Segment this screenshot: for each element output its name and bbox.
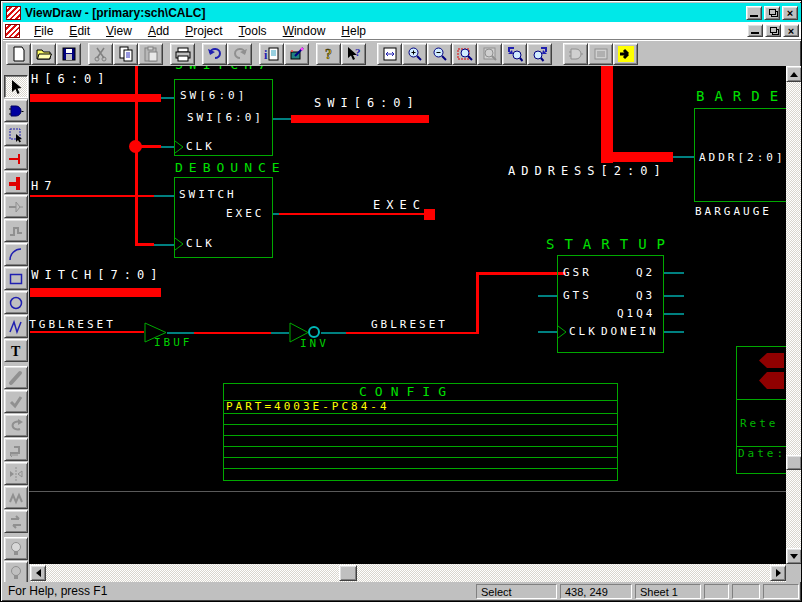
zoom-area-button[interactable]: [452, 43, 477, 65]
net-gblreset-vertical[interactable]: [476, 272, 479, 334]
menu-project[interactable]: Project: [177, 23, 230, 39]
context-help-button[interactable]: ?: [341, 43, 366, 65]
add-bus-tool[interactable]: [4, 171, 28, 194]
draw-circle-tool[interactable]: [4, 291, 28, 314]
magic-wand-icon: [289, 46, 305, 62]
lamp-1-tool: [4, 537, 28, 560]
wand-button[interactable]: [284, 43, 309, 65]
scroll-left-button[interactable]: [30, 565, 46, 581]
config-part-attr: PART=4003E-PC84-4: [226, 400, 390, 413]
save-button[interactable]: [56, 43, 81, 65]
pin-stub: [273, 118, 291, 120]
app-icon: [6, 6, 21, 20]
menu-view[interactable]: View: [98, 23, 140, 39]
bus-address-horizontal[interactable]: [601, 152, 673, 162]
open-button[interactable]: [31, 43, 56, 65]
bus-icon: [8, 175, 24, 191]
pencil-icon: [8, 370, 24, 386]
new-button[interactable]: [6, 43, 31, 65]
select-area-tool[interactable]: [4, 123, 28, 146]
child-minimize-button[interactable]: [747, 24, 763, 37]
print-button[interactable]: [170, 43, 195, 65]
next-sheet-button[interactable]: [613, 43, 638, 65]
net-label-switch6: SWITCH[6:0]: [29, 72, 110, 86]
selection-box-icon: [8, 127, 24, 143]
draw-arc-tool[interactable]: [4, 243, 28, 266]
add-net-tool[interactable]: [4, 147, 28, 170]
print-icon: [175, 46, 191, 62]
move-tool: [4, 366, 28, 389]
pin-stub: [664, 272, 684, 274]
component-title-debounce: DEBOUNCE: [175, 160, 286, 175]
net-vertical-bus[interactable]: [135, 66, 138, 246]
net-switch7[interactable]: [30, 195, 154, 197]
child-close-button[interactable]: ×: [783, 24, 799, 37]
net-gblreset[interactable]: [346, 332, 479, 334]
undo-button[interactable]: [202, 43, 227, 65]
zoom-prev-icon: [507, 46, 523, 62]
net-notgblreset[interactable]: [30, 331, 144, 333]
add-text-tool[interactable]: T: [4, 339, 28, 362]
vertical-scroll-thumb[interactable]: [786, 455, 802, 470]
bus-swi6[interactable]: [291, 115, 429, 123]
restore-icon: [770, 27, 777, 33]
menu-window[interactable]: Window: [275, 23, 334, 39]
horizontal-scrollbar[interactable]: [30, 564, 786, 582]
properties-button[interactable]: i: [259, 43, 284, 65]
close-button[interactable]: ×: [782, 6, 798, 20]
scroll-up-button[interactable]: [786, 66, 802, 82]
menu-file[interactable]: File: [26, 23, 61, 39]
menu-tools[interactable]: Tools: [231, 23, 275, 39]
bus-switch70[interactable]: [30, 288, 161, 297]
component-title-startup: STARTUP: [546, 236, 675, 252]
component-attr-bargauge: BARGAUGE: [695, 205, 772, 218]
schematic-canvas[interactable]: SWITCH7 SW[6:0] SWI[6:0] CLK DEBOUNCE SW…: [29, 66, 786, 564]
status-sheet: Sheet 1: [635, 584, 701, 599]
bus-address-vertical[interactable]: [601, 66, 613, 163]
zoom-full-icon: [382, 46, 398, 62]
net-label-swi6: SWI[6:0]: [314, 96, 420, 110]
cut-scissors-icon: [93, 46, 109, 62]
pin-label-donein: DONEIN: [601, 325, 659, 338]
zoom-prev-button[interactable]: [502, 43, 527, 65]
company-logo: [756, 353, 784, 389]
help-button[interactable]: ?: [316, 43, 341, 65]
scroll-right-button[interactable]: [770, 565, 786, 581]
menu-add[interactable]: Add: [140, 23, 177, 39]
zoom-full-button[interactable]: [377, 43, 402, 65]
title-block-field-2: Date:: [738, 447, 786, 460]
minimize-icon: [750, 15, 758, 17]
mirror-tool: [4, 462, 28, 485]
copy-button[interactable]: [113, 43, 138, 65]
draw-line-tool[interactable]: [4, 315, 28, 338]
net-gsr[interactable]: [476, 272, 566, 275]
stamp-icon: [8, 442, 24, 458]
minimize-button[interactable]: [746, 6, 762, 20]
pin-stub: [154, 244, 174, 246]
zoom-in-button[interactable]: [402, 43, 427, 65]
svg-text:i: i: [264, 48, 268, 62]
draw-box-tool[interactable]: [4, 267, 28, 290]
horizontal-scroll-thumb[interactable]: [339, 565, 357, 581]
bus-switch6[interactable]: [30, 94, 161, 102]
net-clk-stub[interactable]: [138, 145, 161, 148]
zoom-next-button[interactable]: [527, 43, 552, 65]
net-exec[interactable]: [279, 213, 424, 215]
net-debounce-clk[interactable]: [136, 243, 154, 246]
help-pointer-icon: ?: [346, 46, 362, 62]
child-restore-button[interactable]: [765, 24, 781, 37]
left-arrow-icon: [36, 569, 41, 577]
menu-help[interactable]: Help: [333, 23, 374, 39]
redo-arrow-icon: [232, 46, 248, 62]
zoom-out-button[interactable]: [427, 43, 452, 65]
net-ibuf-inv[interactable]: [194, 332, 271, 334]
scroll-down-button[interactable]: [786, 548, 802, 564]
down-arrow-icon: [790, 554, 798, 559]
vertical-scrollbar[interactable]: [786, 66, 802, 564]
select-arrow-icon: [8, 79, 24, 95]
select-tool[interactable]: [4, 75, 28, 98]
menu-edit[interactable]: Edit: [61, 23, 98, 39]
restore-button[interactable]: [764, 6, 780, 20]
info-page-icon: i: [264, 46, 280, 62]
add-component-tool[interactable]: [4, 99, 28, 122]
